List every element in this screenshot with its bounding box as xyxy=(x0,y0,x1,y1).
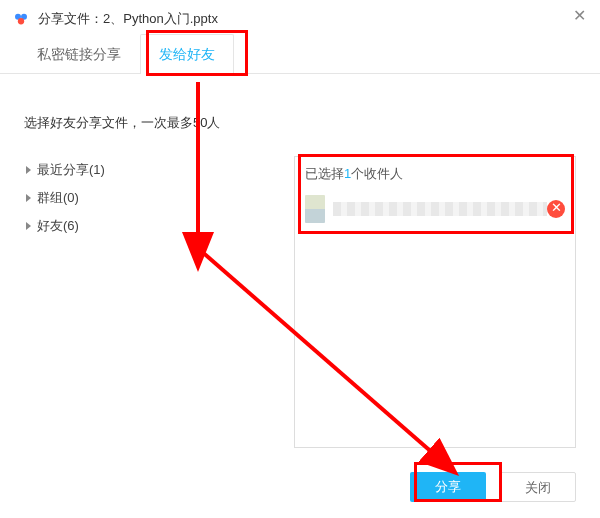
tree-friends[interactable]: 好友(6) xyxy=(24,212,274,240)
window-title: 分享文件：2、Python入门.pptx xyxy=(38,10,218,28)
tree-recent-share[interactable]: 最近分享(1) xyxy=(24,156,274,184)
tree-label: 好友(6) xyxy=(37,217,79,235)
instruction-text: 选择好友分享文件，一次最多50人 xyxy=(0,104,600,136)
close-icon[interactable]: ✕ xyxy=(573,6,586,25)
tree-label: 群组(0) xyxy=(37,189,79,207)
content-area: 最近分享(1) 群组(0) 好友(6) 已选择1个收件人 ✕ xyxy=(0,136,600,458)
selected-suffix: 个收件人 xyxy=(351,166,403,181)
recipient-row: ✕ xyxy=(305,191,565,227)
selected-count-text: 已选择1个收件人 xyxy=(305,165,565,183)
tree-groups[interactable]: 群组(0) xyxy=(24,184,274,212)
svg-point-2 xyxy=(18,18,24,24)
recipients-panel: 已选择1个收件人 ✕ xyxy=(294,156,576,448)
tree-label: 最近分享(1) xyxy=(37,161,105,179)
avatar xyxy=(305,195,325,223)
footer-buttons: 分享 关闭 xyxy=(410,472,576,502)
tab-private-link[interactable]: 私密链接分享 xyxy=(18,34,140,73)
titlebar: 分享文件：2、Python入门.pptx xyxy=(0,0,600,34)
remove-recipient-icon[interactable]: ✕ xyxy=(547,200,565,218)
recipients-panel-wrapper: 已选择1个收件人 ✕ xyxy=(294,156,576,448)
tabs: 私密链接分享 发给好友 xyxy=(0,34,600,74)
caret-icon xyxy=(26,166,31,174)
close-button[interactable]: 关闭 xyxy=(500,472,576,502)
baidu-cloud-icon xyxy=(12,10,30,28)
recipient-name xyxy=(333,202,547,216)
share-button[interactable]: 分享 xyxy=(410,472,486,502)
friend-tree: 最近分享(1) 群组(0) 好友(6) xyxy=(24,156,274,448)
tab-send-friends[interactable]: 发给好友 xyxy=(140,34,234,74)
selected-prefix: 已选择 xyxy=(305,166,344,181)
caret-icon xyxy=(26,222,31,230)
caret-icon xyxy=(26,194,31,202)
